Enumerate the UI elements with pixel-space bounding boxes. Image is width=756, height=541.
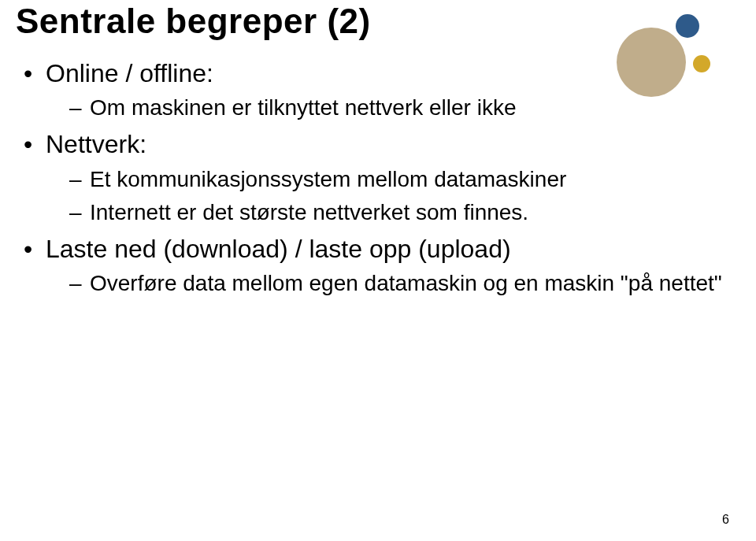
sub-list-item: Internett er det største nettverket som … (69, 196, 724, 229)
sub-list-item: Et kommunikasjonssystem mellom datamaski… (69, 163, 724, 196)
list-item: Laste ned (download) / laste opp (upload… (24, 231, 724, 300)
list-item-text: Online / offline: (46, 59, 213, 87)
sub-list: Om maskinen er tilknyttet nettverk eller… (46, 91, 724, 124)
sub-list-item-text: Om maskinen er tilknyttet nettverk eller… (90, 95, 517, 120)
sub-list: Overføre data mellom egen datamaskin og … (46, 267, 724, 300)
sub-list: Et kommunikasjonssystem mellom datamaski… (46, 163, 724, 229)
list-item: Nettverk: Et kommunikasjonssystem mellom… (24, 126, 724, 228)
page-number: 6 (722, 513, 729, 527)
slide-title: Sentrale begreper (2) (16, 0, 724, 41)
sub-list-item: Om maskinen er tilknyttet nettverk eller… (69, 91, 724, 124)
sub-list-item-text: Et kommunikasjonssystem mellom datamaski… (90, 167, 566, 191)
sub-list-item-text: Internett er det største nettverket som … (90, 200, 528, 224)
sub-list-item-text: Overføre data mellom egen datamaskin og … (90, 271, 722, 295)
bullet-list: Online / offline: Om maskinen er tilknyt… (16, 55, 724, 300)
sub-list-item: Overføre data mellom egen datamaskin og … (69, 267, 724, 300)
slide: Sentrale begreper (2) Online / offline: … (0, 0, 756, 541)
list-item-text: Laste ned (download) / laste opp (upload… (46, 235, 511, 263)
list-item-text: Nettverk: (46, 130, 146, 158)
list-item: Online / offline: Om maskinen er tilknyt… (24, 55, 724, 124)
